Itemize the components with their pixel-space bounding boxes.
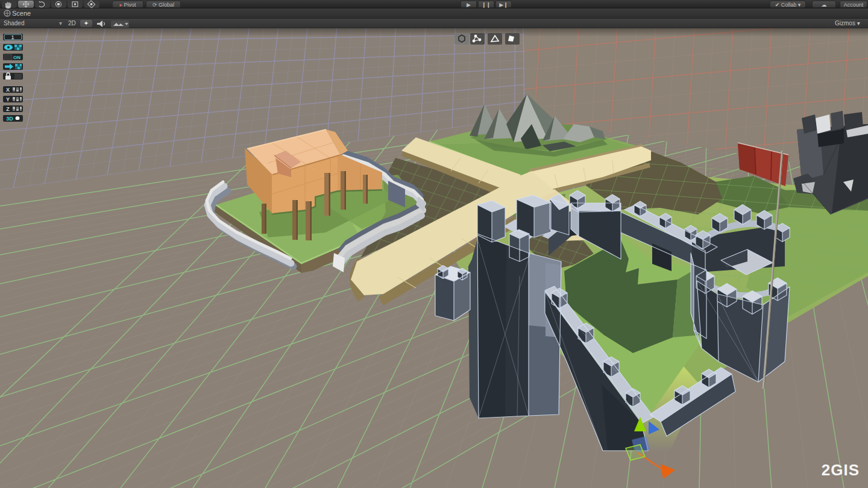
svg-text:3D: 3D xyxy=(6,116,13,122)
svg-text:X: X xyxy=(6,87,10,93)
svg-text:Z: Z xyxy=(6,106,10,112)
svg-text:ON: ON xyxy=(13,55,20,60)
svg-text:1: 1 xyxy=(11,34,14,40)
svg-text:Y: Y xyxy=(6,96,10,102)
